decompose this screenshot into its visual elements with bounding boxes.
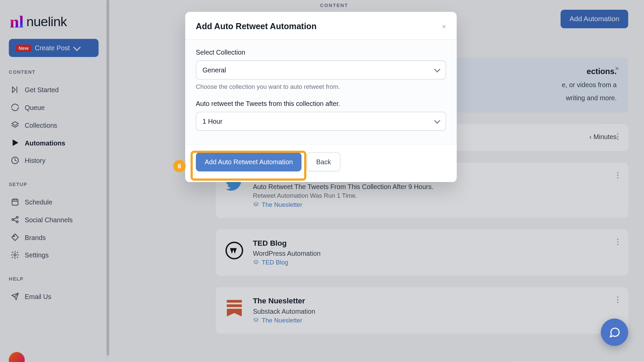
modal-add-auto-retweet: Add Auto Retweet Automation × Select Col… xyxy=(185,12,457,182)
modal-title: Add Auto Retweet Automation xyxy=(196,22,317,32)
select-delay[interactable]: 1 Hour xyxy=(196,112,446,131)
field-label-collection: Select Collection xyxy=(196,49,446,56)
add-auto-retweet-button[interactable]: Add Auto Retweet Automation xyxy=(196,153,302,172)
select-delay-value: 1 Hour xyxy=(203,118,222,125)
field-label-delay: Auto retweet the Tweets from this collec… xyxy=(196,100,446,107)
chevron-down-icon xyxy=(434,117,440,124)
close-icon[interactable]: × xyxy=(442,22,446,31)
field-hint-collection: Choose the collection you want to auto r… xyxy=(196,83,446,90)
select-collection[interactable]: General xyxy=(196,61,446,80)
select-collection-value: General xyxy=(203,66,226,74)
step-badge: 6 xyxy=(173,160,186,172)
back-button[interactable]: Back xyxy=(307,153,340,172)
chat-icon xyxy=(608,326,621,339)
chat-fab[interactable] xyxy=(601,318,628,346)
chevron-down-icon xyxy=(434,66,440,72)
